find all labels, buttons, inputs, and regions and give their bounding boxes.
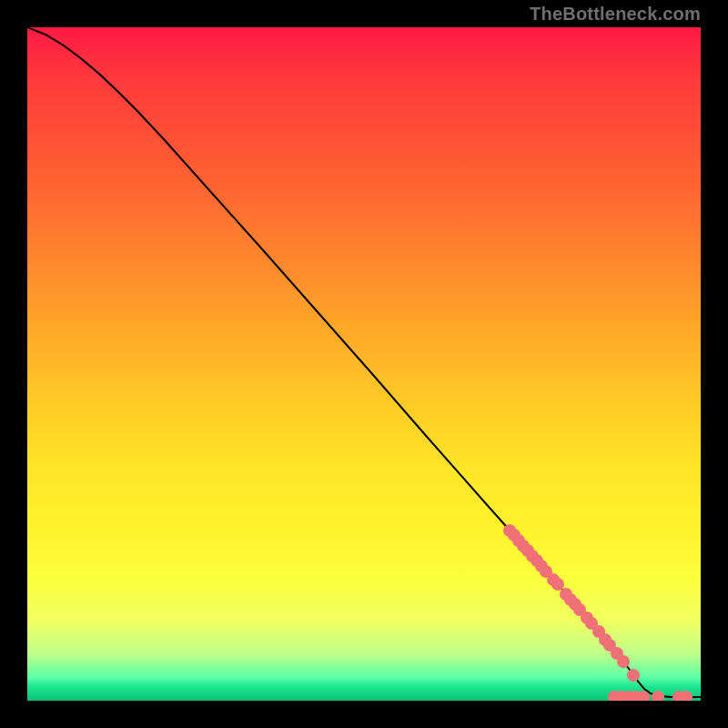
marker-dot xyxy=(627,669,640,682)
marker-dot xyxy=(551,578,564,591)
marker-dot xyxy=(652,691,664,701)
watermark-text: TheBottleneck.com xyxy=(530,4,701,25)
marker-group xyxy=(503,524,693,701)
plot-area xyxy=(27,27,701,701)
chart-overlay xyxy=(27,27,701,701)
curve-line xyxy=(27,27,701,697)
marker-dot xyxy=(617,655,630,668)
chart-frame: TheBottleneck.com xyxy=(0,0,728,728)
